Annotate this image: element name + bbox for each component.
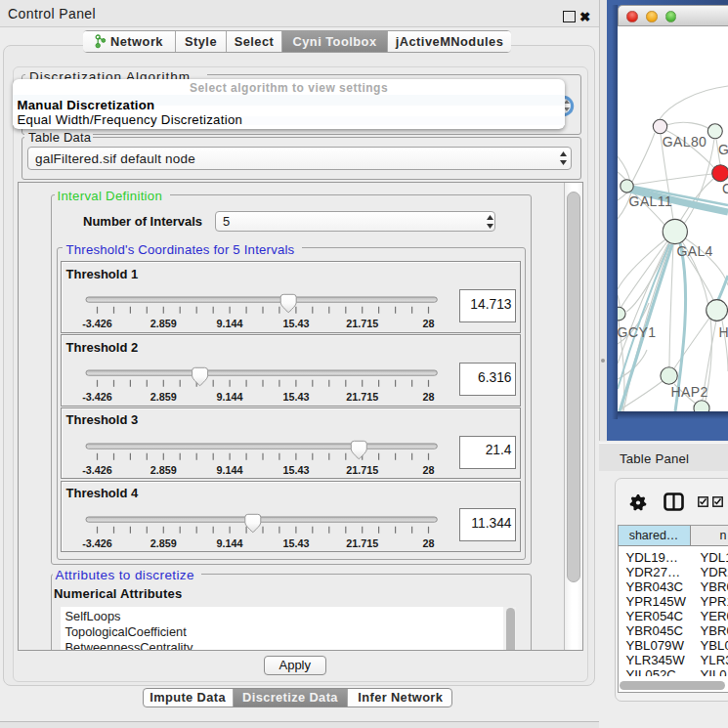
svg-text:9.144: 9.144 [217, 536, 243, 548]
svg-text:28: 28 [422, 463, 434, 475]
svg-text:-3.426: -3.426 [82, 391, 112, 403]
svg-text:HAP2: HAP2 [671, 384, 708, 400]
svg-text:9.144: 9.144 [217, 391, 243, 403]
svg-text:2.859: 2.859 [150, 318, 177, 329]
svg-text:-3.426: -3.426 [82, 536, 112, 548]
svg-text:C: C [722, 181, 728, 196]
svg-text:21.715: 21.715 [346, 318, 378, 329]
svg-text:GAL4: GAL4 [676, 243, 712, 259]
svg-text:15.43: 15.43 [282, 536, 309, 548]
svg-text:15.43: 15.43 [282, 318, 309, 329]
svg-text:G: G [718, 142, 728, 157]
svg-text:GAL11: GAL11 [629, 193, 673, 209]
svg-text:28: 28 [422, 318, 434, 329]
svg-text:-3.426: -3.426 [82, 463, 112, 475]
svg-text:H: H [719, 324, 728, 340]
svg-text:28: 28 [422, 391, 434, 403]
svg-text:2.859: 2.859 [150, 536, 177, 548]
svg-text:GCY1: GCY1 [618, 324, 656, 340]
svg-text:21.715: 21.715 [346, 463, 378, 475]
svg-text:GAL80: GAL80 [663, 134, 707, 150]
svg-text:9.144: 9.144 [217, 463, 243, 475]
svg-text:21.715: 21.715 [346, 391, 378, 403]
svg-text:15.43: 15.43 [282, 391, 309, 403]
svg-text:9.144: 9.144 [217, 318, 243, 329]
svg-text:15.43: 15.43 [282, 463, 309, 475]
svg-text:2.859: 2.859 [150, 391, 177, 403]
svg-text:2.859: 2.859 [150, 463, 177, 475]
svg-text:28: 28 [422, 536, 434, 548]
svg-text:-3.426: -3.426 [82, 318, 112, 329]
svg-text:21.715: 21.715 [346, 536, 378, 548]
